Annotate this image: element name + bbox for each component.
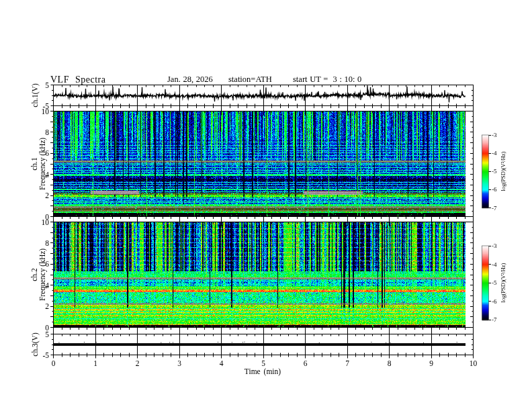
y-tick-label: 5: [45, 81, 49, 89]
y-tick-label: 2: [45, 192, 49, 199]
colorbar-tick-label: -6: [492, 298, 497, 305]
plot-title: VLF Spectra: [50, 75, 105, 85]
x-tick-label: 7: [345, 360, 349, 367]
x-tick-label: 1: [93, 360, 97, 367]
colorbar-tick-label: -5: [492, 279, 497, 287]
y-axis-label-ch1-volts: ch.1(V): [31, 83, 39, 107]
x-axis-label: Time (min): [245, 367, 281, 375]
plot-station: station=ATH: [228, 75, 272, 85]
y-tick-label: 10: [42, 218, 50, 226]
y-axis-label-ch2-frequency: ch.2 Frequency (kHz): [30, 248, 46, 301]
x-tick-label: 3: [177, 360, 181, 367]
y-axis-label-ch2-line1: ch.2: [30, 248, 38, 301]
x-tick-label: 4: [220, 360, 224, 367]
vlf-spectra-plot: VLF Spectra Jan. 28, 2026 station=ATH st…: [0, 0, 532, 411]
y-axis-label-ch3-volts: ch.3(V): [31, 332, 39, 356]
colorbar-tick-label: -4: [492, 150, 497, 157]
y-axis-label-ch2-line2: Frequency (kHz): [38, 248, 46, 301]
y-tick-label: 8: [45, 128, 49, 136]
colorbar1-label: log(PSD)(V²/Hz): [500, 152, 506, 191]
y-tick-label: 8: [45, 239, 49, 246]
colorbar-tick-label: -6: [492, 186, 497, 193]
y-tick-label: 2: [45, 303, 49, 310]
x-tick-label: 9: [429, 360, 433, 367]
y-tick-label: 5: [45, 330, 49, 338]
colorbar-tick-label: -7: [492, 316, 497, 324]
colorbar-tick-label: -5: [492, 168, 497, 175]
y-tick-label: 4: [45, 281, 49, 289]
colorbar2-label: log(PSD)(V²/Hz): [500, 263, 506, 303]
colorbar-tick-label: -3: [492, 242, 497, 250]
colorbar-tick-label: -3: [492, 132, 497, 139]
y-tick-label: 10: [42, 107, 50, 115]
plot-date: Jan. 28, 2026: [167, 75, 213, 85]
colorbar-tick-label: -4: [492, 261, 497, 268]
x-tick-label: 0: [52, 360, 56, 367]
y-axis-label-ch1-line1: ch.1: [30, 138, 38, 190]
x-tick-label: 6: [304, 360, 308, 367]
y-tick-label: -5: [42, 351, 49, 359]
y-axis-label-ch1-line2: Frequency (kHz): [38, 138, 46, 190]
x-tick-label: 2: [136, 360, 140, 367]
x-tick-label: 8: [388, 360, 392, 367]
y-tick-label: 6: [45, 150, 49, 157]
x-tick-label: 10: [470, 360, 478, 367]
y-axis-label-ch1-frequency: ch.1 Frequency (kHz): [30, 138, 46, 190]
y-tick-label: 0: [45, 324, 49, 331]
colorbar-tick-label: -7: [492, 204, 497, 212]
x-tick-label: 5: [261, 360, 265, 367]
y-tick-label: 6: [45, 261, 49, 268]
plot-canvas: [0, 0, 532, 411]
y-tick-label: 4: [45, 171, 49, 178]
plot-start-ut: start UT = 3 : 10: 0: [293, 75, 361, 85]
